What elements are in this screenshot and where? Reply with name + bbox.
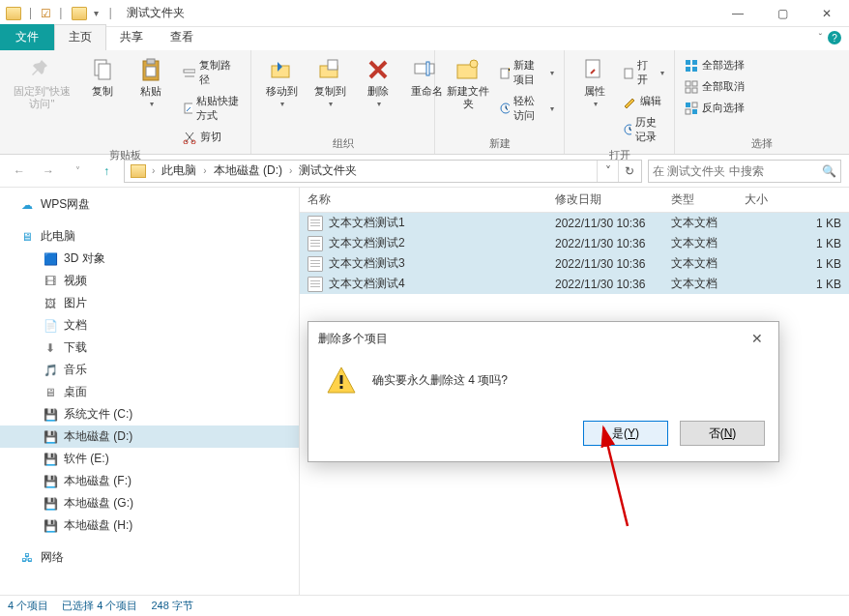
paste-shortcut-button[interactable]: 粘贴快捷方式 [179,92,245,125]
open-button[interactable]: 打开▾ [619,56,668,89]
qa-dropdown-icon[interactable]: ▾ [91,8,102,18]
address-bar-row: ← → ˅ ↑ › 此电脑 › 本地磁盘 (D:) › 测试文件夹 ˅ ↻ 🔍 [0,155,849,188]
svg-rect-18 [586,60,600,77]
delete-button[interactable]: 删除▾ [354,54,402,110]
select-all-button[interactable]: 全部选择 [681,56,748,74]
file-row[interactable]: 文本文档测试22022/11/30 10:36文本文档1 KB [300,233,849,253]
search-input[interactable] [653,164,822,178]
nav-back-button[interactable]: ← [8,160,31,183]
paste-button[interactable]: 粘贴 ▾ [127,54,175,110]
dialog-no-button[interactable]: 否(N) [680,421,765,446]
column-size[interactable]: 大小 [737,191,849,208]
qa-check-icon[interactable]: ☑ [41,7,51,20]
dialog-title-bar[interactable]: 删除多个项目 ✕ [308,322,778,355]
properties-button[interactable]: 属性▾ [571,54,619,110]
svg-rect-11 [328,60,337,70]
sidebar-item[interactable]: 🖥桌面 [0,381,299,403]
cloud-icon: ☁ [19,197,35,213]
close-button[interactable]: ✕ [805,0,849,27]
dialog-yes-button[interactable]: 是(Y) [583,421,668,446]
column-headers[interactable]: 名称 修改日期 类型 大小 [300,188,849,213]
new-folder-button[interactable]: 新建文件夹 [441,54,495,112]
qa-sep: │ [25,8,37,18]
refresh-button[interactable]: ↻ [618,161,639,182]
drive-icon: 📄 [43,318,58,334]
sidebar-item[interactable]: 🎞视频 [0,270,299,292]
tab-share[interactable]: 共享 [106,25,157,50]
pc-icon: 🖥 [19,229,35,245]
copy-path-icon [183,66,196,79]
chevron-right-icon[interactable]: › [287,165,294,176]
invert-selection-button[interactable]: 反向选择 [681,99,748,117]
delete-confirm-dialog: 删除多个项目 ✕ 确实要永久删除这 4 项吗? 是(Y) 否(N) [307,321,779,462]
search-box[interactable]: 🔍 [648,160,841,183]
chevron-right-icon[interactable]: › [150,165,157,176]
sidebar-item[interactable]: 💾软件 (E:) [0,448,299,470]
sidebar-item[interactable]: ⬇下载 [0,337,299,359]
ribbon-collapse-icon[interactable]: ˇ [819,33,822,44]
breadcrumb-drive[interactable]: 本地磁盘 (D:) [209,162,287,179]
svg-rect-23 [686,67,690,72]
paste-dropdown-icon[interactable]: ▾ [150,100,154,108]
svg-rect-21 [686,60,690,65]
breadcrumb-this-pc[interactable]: 此电脑 [157,162,201,179]
sidebar-item[interactable]: 💾系统文件 (C:) [0,403,299,425]
drive-icon: 💾 [43,496,58,512]
tab-file[interactable]: 文件 [0,24,54,50]
new-item-button[interactable]: 新建项目▾ [495,56,558,89]
sidebar-item-network[interactable]: 🖧 网络 [0,546,299,569]
drive-icon: 🎞 [43,274,58,289]
file-row[interactable]: 文本文档测试12022/11/30 10:36文本文档1 KB [300,213,849,233]
sidebar-item[interactable]: 🟦3D 对象 [0,248,299,270]
text-file-icon [307,216,323,231]
copy-path-button[interactable]: 复制路径 [179,56,245,89]
drive-icon: 💾 [43,429,58,445]
column-name[interactable]: 名称 [300,191,547,208]
edit-button[interactable]: 编辑 [619,92,668,110]
column-type[interactable]: 类型 [663,191,737,208]
sidebar-item[interactable]: 🖼图片 [0,292,299,314]
dialog-close-button[interactable]: ✕ [746,329,769,348]
chevron-right-icon[interactable]: › [201,165,208,176]
maximize-button[interactable]: ▢ [760,0,805,27]
sidebar-item[interactable]: 💾本地磁盘 (D:) [0,425,299,448]
copy-button[interactable]: 复制 [78,54,127,100]
select-all-icon [685,59,698,73]
help-icon[interactable]: ? [828,31,841,44]
sidebar-item-this-pc[interactable]: 🖥 此电脑 [0,225,299,248]
select-none-button[interactable]: 全部取消 [681,77,748,96]
drive-icon: 💾 [43,452,58,467]
drive-icon: 🖥 [43,385,58,400]
move-to-button[interactable]: 移动到▾ [257,54,306,110]
copy-to-button[interactable]: 复制到▾ [306,54,354,110]
search-icon[interactable]: 🔍 [822,164,836,178]
column-date[interactable]: 修改日期 [547,191,663,208]
sidebar-item-wps[interactable]: ☁ WPS网盘 [0,193,299,216]
sidebar-item[interactable]: 📄文档 [0,314,299,337]
sidebar-item[interactable]: 🎵音乐 [0,359,299,381]
easy-access-button[interactable]: 轻松访问▾ [495,92,558,125]
cut-button[interactable]: 剪切 [179,128,245,146]
file-row[interactable]: 文本文档测试42022/11/30 10:36文本文档1 KB [300,274,849,294]
sidebar-item[interactable]: 💾本地磁盘 (F:) [0,470,299,492]
history-button[interactable]: 历史记录 [619,113,668,146]
tab-view[interactable]: 查看 [157,25,207,50]
breadcrumb[interactable]: › 此电脑 › 本地磁盘 (D:) › 测试文件夹 ˅ ↻ [124,160,642,183]
breadcrumb-folder[interactable]: 测试文件夹 [294,162,362,179]
breadcrumb-dropdown-icon[interactable]: ˅ [597,161,618,182]
svg-rect-16 [501,69,509,78]
nav-up-button[interactable]: ↑ [95,160,118,183]
svg-rect-26 [692,81,697,86]
navigation-pane[interactable]: ☁ WPS网盘 🖥 此电脑 🟦3D 对象🎞视频🖼图片📄文档⬇下载🎵音乐🖥桌面💾系… [0,188,300,595]
sidebar-item[interactable]: 💾本地磁盘 (H:) [0,514,299,537]
qa-folder-icon[interactable] [72,7,87,20]
tab-home[interactable]: 主页 [54,24,106,50]
minimize-button[interactable]: — [716,0,760,27]
sidebar-item[interactable]: 💾本地磁盘 (G:) [0,492,299,514]
file-row[interactable]: 文本文档测试32022/11/30 10:36文本文档1 KB [300,253,849,274]
pin-button: 固定到"快速访问" [6,54,78,112]
nav-recent-dropdown[interactable]: ˅ [66,160,89,183]
svg-rect-19 [625,69,632,78]
ribbon-tabs: 文件 主页 共享 查看 ˇ ? [0,27,849,50]
window-folder-icon [6,7,21,20]
